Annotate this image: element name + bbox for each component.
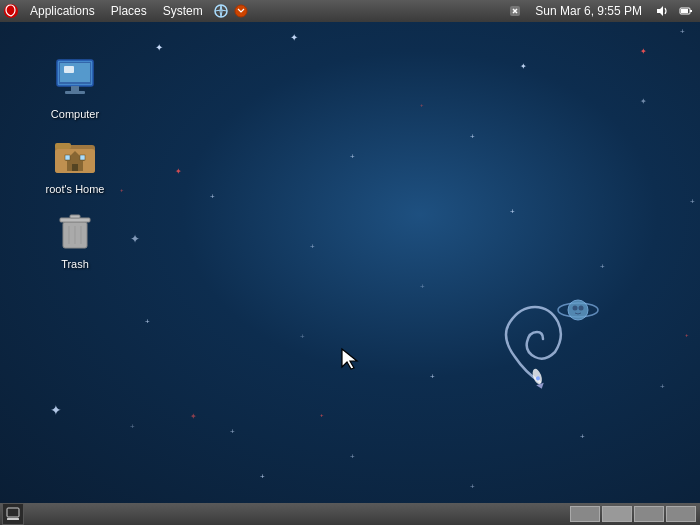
applications-menu[interactable]: Applications [22, 0, 103, 22]
workspace-1[interactable] [570, 506, 600, 522]
wrench-icon [505, 1, 525, 21]
svg-point-12 [568, 300, 588, 320]
star-white: + [470, 132, 475, 141]
places-menu[interactable]: Places [103, 0, 155, 22]
star-white: + [230, 427, 235, 436]
trash-icon-image [51, 206, 99, 254]
taskbar-right [570, 506, 700, 522]
svg-point-11 [558, 303, 598, 317]
star-white: + [680, 27, 685, 36]
star-white: + [130, 422, 135, 431]
network-icon [211, 1, 231, 21]
clock-display: Sun Mar 6, 9:55 PM [529, 4, 648, 18]
star-white: + [210, 192, 215, 201]
svg-point-15 [579, 306, 584, 311]
desktop: ✦✦✦✦++++✦+++++++✦++++++++✦✦✦++++ [0, 22, 700, 503]
star-red: + [120, 187, 124, 193]
svg-rect-6 [690, 10, 692, 12]
star-white: + [300, 332, 305, 341]
home-icon[interactable]: root's Home [35, 127, 115, 200]
star-white: + [470, 482, 475, 491]
svg-rect-21 [71, 86, 79, 91]
computer-icon[interactable]: Computer [35, 52, 115, 125]
workspace-2[interactable] [602, 506, 632, 522]
star-white: ✦ [520, 62, 527, 71]
top-panel: Applications Places System Sun Mar 6, 9:… [0, 0, 700, 22]
swirl-decoration [480, 272, 600, 406]
svg-rect-22 [65, 91, 85, 94]
workspace-3[interactable] [634, 506, 664, 522]
star-white: + [690, 197, 695, 206]
star-red: ✦ [640, 47, 647, 56]
system-menu[interactable]: System [155, 0, 211, 22]
star-white: + [510, 207, 515, 216]
svg-rect-7 [681, 9, 688, 13]
star-white: + [430, 372, 435, 381]
svg-rect-29 [65, 155, 70, 160]
home-icon-label: root's Home [46, 183, 105, 196]
star-white: + [260, 472, 265, 481]
star-red: ✦ [190, 412, 197, 421]
volume-icon[interactable] [652, 1, 672, 21]
svg-marker-37 [342, 349, 357, 369]
svg-point-14 [573, 306, 578, 311]
panel-right: Sun Mar 6, 9:55 PM [505, 1, 700, 21]
trash-icon-label: Trash [61, 258, 89, 271]
panel-left: Applications Places System [0, 0, 505, 22]
star-white: + [350, 452, 355, 461]
star-white: ✦ [50, 402, 62, 418]
svg-point-13 [568, 300, 588, 320]
svg-point-2 [235, 5, 247, 17]
workspace-4[interactable] [666, 506, 696, 522]
bottom-panel [0, 503, 700, 525]
home-icon-image [51, 131, 99, 179]
trash-icon[interactable]: Trash [35, 202, 115, 275]
star-white: ✦ [155, 42, 163, 53]
star-red: + [420, 102, 424, 108]
show-desktop-button[interactable] [2, 503, 24, 525]
star-red: + [685, 332, 689, 338]
debian-logo [0, 0, 22, 22]
star-red: + [320, 412, 324, 418]
star-white: ✦ [640, 97, 647, 106]
battery-icon [676, 1, 696, 21]
svg-rect-35 [60, 218, 90, 222]
computer-icon-label: Computer [51, 108, 99, 121]
star-white: + [310, 242, 315, 251]
star-white: + [420, 282, 425, 291]
computer-icon-image [51, 56, 99, 104]
star-white: + [600, 262, 605, 271]
svg-marker-4 [657, 6, 663, 16]
svg-rect-28 [72, 164, 78, 171]
star-red: ✦ [175, 167, 182, 176]
svg-rect-30 [80, 155, 85, 160]
svg-marker-9 [536, 383, 545, 390]
svg-rect-38 [7, 508, 19, 517]
svg-point-10 [535, 376, 540, 381]
star-white: ✦ [290, 32, 298, 43]
star-white: + [660, 382, 665, 391]
svg-rect-36 [70, 215, 80, 218]
svg-rect-20 [64, 66, 74, 73]
svg-point-8 [531, 368, 544, 386]
mouse-cursor [340, 347, 360, 375]
mail-icon [231, 1, 251, 21]
star-white: ✦ [130, 232, 140, 246]
star-white: + [350, 152, 355, 161]
svg-rect-39 [7, 518, 19, 520]
svg-rect-25 [55, 143, 71, 149]
star-white: + [580, 432, 585, 441]
star-white: + [145, 317, 150, 326]
